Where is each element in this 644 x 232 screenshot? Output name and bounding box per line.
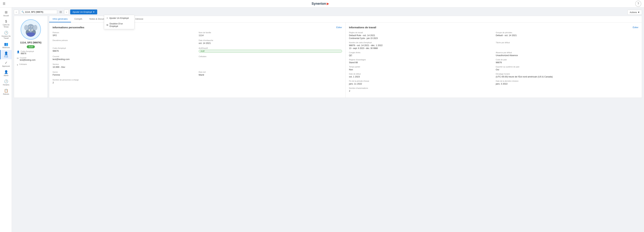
field-service: Service 10.999 - Dev bbox=[52, 63, 196, 68]
field-fin-periode-essai: Fin de la période d'essai janv. 11 2022 bbox=[349, 80, 492, 85]
person-icon: 👤 bbox=[17, 51, 20, 53]
copy-icon: ⧉ bbox=[106, 24, 108, 27]
actif-inactif-value: Actif bbox=[199, 50, 342, 53]
email-icon: ✉ bbox=[17, 57, 19, 60]
filter-button[interactable]: ⊟ bbox=[58, 10, 63, 14]
field-deuxieme-prenom: Deuxième prénom bbox=[52, 39, 196, 44]
work-row-2: Numéro de carte d'employé 98876 - oct. 1… bbox=[349, 42, 638, 50]
field-regles-travail: Règles de travail Default Rule - oct. 14… bbox=[349, 32, 492, 40]
add-employee-label: Ajouter Un Employé bbox=[72, 11, 92, 13]
employee-phone-row: ● Cellulaire bbox=[17, 63, 45, 66]
search-icon: 🔍 bbox=[22, 11, 24, 13]
sidebar-item-profil[interactable]: 👤 Profil bbox=[0, 50, 12, 59]
add-employee-dropdown-item[interactable]: + Ajouter Un Employé bbox=[104, 15, 134, 21]
field-conges-feries: Congés fériés QC bbox=[349, 52, 492, 57]
field-code-employe: Code d'employé 98876 bbox=[52, 47, 196, 53]
personal-info-edit-button[interactable]: Éditer bbox=[336, 26, 342, 29]
sidebar-item-horaires-de-travail[interactable]: 🕐 Horaires De Travail bbox=[0, 29, 12, 41]
tab-competences[interactable]: Compét. bbox=[71, 16, 86, 22]
prev-button[interactable]: ‹ bbox=[14, 10, 18, 14]
add-employee-button[interactable]: Ajouter Un Employé ▼ bbox=[70, 10, 97, 14]
help-button[interactable]: ? bbox=[635, 1, 641, 7]
money-icon: $ bbox=[5, 20, 7, 23]
field-exporter-systeme-paie: Exporter au système de paie Oui bbox=[496, 66, 638, 71]
decalage-horaire-label: Décalage horaire bbox=[496, 73, 638, 75]
courriel-value: test@testing.com bbox=[52, 58, 196, 60]
people-icon: 👥 bbox=[4, 42, 8, 46]
field-regime-avantages: Régime d'avantages Stand 88 bbox=[349, 59, 492, 64]
personal-info-title: Informations personnelles bbox=[52, 26, 84, 29]
tabs: Infos générales Compét. Notes & Document… bbox=[49, 16, 642, 22]
exporter-systeme-paie-label: Exporter au système de paie bbox=[496, 66, 638, 68]
dropdown-duplicate-label: Doublon D'un Employé bbox=[110, 22, 132, 28]
regles-travail-value-1: Default Rule - oct. 14 2021 bbox=[349, 34, 492, 37]
sidebar-item-absences[interactable]: 👥 Absences bbox=[0, 41, 12, 50]
regles-travail-label: Règles de travail bbox=[349, 32, 492, 34]
sidebar-item-label: Carte De Temps bbox=[1, 24, 11, 28]
logo-text: Synerion bbox=[312, 2, 326, 6]
nb-autorisations-label: Nombre d'autorisations bbox=[349, 87, 492, 89]
temps-partiel-value: Non bbox=[349, 68, 492, 71]
work-info-fields: Règles de travail Default Rule - oct. 14… bbox=[349, 32, 638, 92]
phone-icon: ● bbox=[17, 63, 18, 66]
top-bar: ☰ Synerion ▶ ? bbox=[0, 0, 644, 8]
exporter-systeme-paie-value: Oui bbox=[496, 68, 638, 71]
sidebar-item-approuver[interactable]: ✓ Approuver bbox=[0, 59, 12, 69]
personal-info-fields: Prénom SP2 Nom de famille 1114 Deuxième … bbox=[52, 32, 342, 84]
date-embauche-value: oct. 14 2021 bbox=[199, 42, 342, 44]
service-label: Service bbox=[52, 63, 196, 65]
date-derniere-revision-value: janv. 3 2022 bbox=[496, 82, 638, 85]
tab-infos-generales[interactable]: Infos générales bbox=[49, 16, 71, 22]
duplicate-employee-dropdown-item[interactable]: ⧉ Doublon D'un Employé bbox=[104, 21, 134, 29]
search-input[interactable]: 1114, SP2 (98876) bbox=[25, 11, 56, 13]
field-date-derniere-revision: Date de la dernière révision janv. 3 202… bbox=[496, 80, 638, 85]
code-paie-value: 98876 bbox=[496, 61, 638, 64]
field-prenom: Prénom SP2 bbox=[52, 32, 196, 37]
sidebar-item-admin[interactable]: 👤 Admin bbox=[0, 69, 12, 78]
logo-icon: ▶ bbox=[327, 2, 329, 6]
field-numero-carte-employe: Numéro de carte d'employé 98876 - oct. 1… bbox=[349, 42, 492, 50]
add-employee-dropdown: + Ajouter Un Employé ⧉ Doublon D'un Empl… bbox=[104, 15, 134, 29]
employee-email-label: Courriel bbox=[20, 57, 36, 59]
work-info-header: Informations de travail Éditer bbox=[349, 26, 638, 29]
next-button[interactable]: › bbox=[64, 10, 69, 14]
sidebar-item-label: Horaires bbox=[3, 84, 9, 86]
absence-defaut-value: Unauthorized Absence bbox=[496, 54, 638, 57]
sidebar-item-releves[interactable]: 📋 Relevés bbox=[0, 87, 12, 97]
personal-info-header: Informations personnelles Éditer bbox=[52, 26, 342, 29]
employee-code-value: 98876 bbox=[21, 52, 34, 55]
work-info-title: Informations de travail bbox=[349, 26, 376, 29]
etat-civil-label: État civil bbox=[199, 71, 342, 73]
work-row-8: Nombre d'autorisations 2 bbox=[349, 87, 638, 92]
nom-famille-value: 1114 bbox=[199, 34, 342, 37]
sidebar-item-accueil[interactable]: ⊞ Accueil bbox=[0, 9, 12, 18]
sidebar-item-label: Accueil bbox=[4, 15, 9, 17]
date-debut-value: oct. 1 2023 bbox=[349, 75, 492, 78]
work-row-4: Régime d'avantages Stand 88 Code de paie… bbox=[349, 59, 638, 64]
employee-phone-label: Cellulaire bbox=[19, 63, 27, 65]
prenom-label: Prénom bbox=[52, 32, 196, 34]
sidebar-item-label: Horaires De Travail bbox=[1, 35, 11, 39]
field-genre: Genre Femme bbox=[52, 71, 196, 76]
sidebar-item-label: Approuver bbox=[2, 65, 10, 67]
work-row-1: Règles de travail Default Rule - oct. 14… bbox=[349, 32, 638, 40]
chevron-down-icon: ▼ bbox=[638, 11, 640, 14]
search-input-wrap: 🔍 1114, SP2 (98876) bbox=[20, 10, 57, 14]
field-cellulaire: Cellulaire bbox=[199, 55, 342, 60]
actions-button[interactable]: Actions ▼ bbox=[628, 10, 642, 15]
sidebar-item-carte-de-temps[interactable]: $ Carte De Temps bbox=[0, 18, 12, 29]
temps-partiel-label: Temps partiel bbox=[349, 66, 492, 68]
sidebar-item-label: Absences bbox=[2, 47, 10, 49]
work-info-edit-button[interactable]: Éditer bbox=[633, 26, 638, 29]
content-panel: Informations personnelles Éditer Prénom … bbox=[49, 22, 642, 98]
employee-name: 1114, SP2 (98876) bbox=[20, 41, 42, 44]
schedule-icon: 🕐 bbox=[4, 79, 8, 83]
hamburger-button[interactable]: ☰ bbox=[3, 2, 6, 6]
decalage-horaire-value: (UTC-05:00) heure de l'Est nord-américai… bbox=[496, 75, 638, 78]
svg-point-2 bbox=[24, 25, 28, 30]
courriel-label: Courriel bbox=[52, 55, 196, 57]
dropdown-add-label: Ajouter Un Employé bbox=[109, 17, 129, 19]
chevron-down-icon: ▼ bbox=[93, 11, 95, 13]
date-derniere-revision-label: Date de la dernière révision bbox=[496, 80, 638, 82]
sidebar-item-horaires[interactable]: 🕐 Horaires bbox=[0, 78, 12, 87]
